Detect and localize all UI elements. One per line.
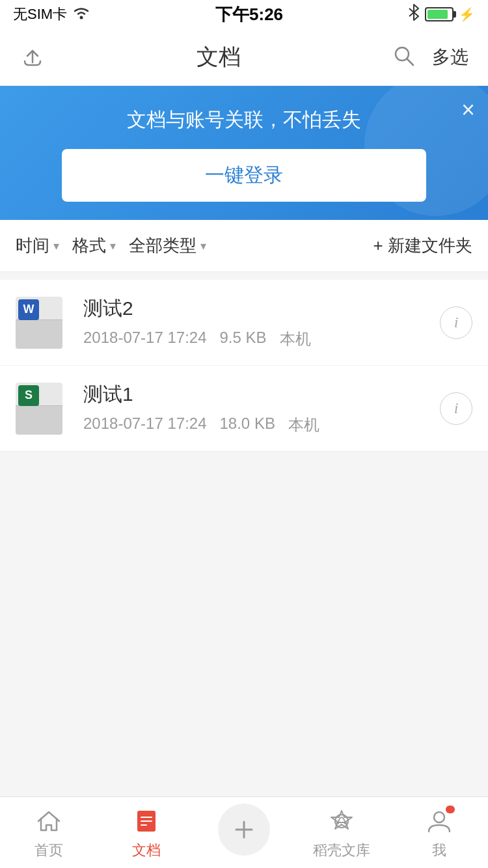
header: 文档 多选 [0,29,488,86]
status-left: 无SIM卡 [13,5,90,24]
format-filter-label: 格式 [72,234,106,257]
svg-rect-5 [21,413,57,415]
svg-point-10 [434,812,444,822]
upload-button[interactable] [20,43,46,72]
tab-home-label: 首页 [34,841,63,860]
content-area: W 测试2 2018-07-17 17:24 9.5 KB 本机 i [0,280,488,530]
svg-rect-6 [21,418,57,420]
svg-rect-4 [21,337,47,340]
svg-rect-3 [21,332,57,334]
add-button[interactable] [218,804,270,856]
list-item[interactable]: W 测试2 2018-07-17 17:24 9.5 KB 本机 i [0,280,488,366]
time-filter-label: 时间 [16,234,49,257]
filter-left: 时间 ▾ 格式 ▾ 全部类型 ▾ [16,234,206,257]
bluetooth-icon [408,3,420,25]
file-size: 9.5 KB [220,329,267,349]
svg-point-0 [80,16,83,20]
tab-docs[interactable]: 文档 [98,806,195,860]
tab-me-label: 我 [432,841,446,860]
file-info-button[interactable]: i [440,306,472,339]
library-icon [326,806,357,837]
carrier-label: 无SIM卡 [13,5,67,24]
file-meta: 2018-07-17 17:24 18.0 KB 本机 [83,414,440,435]
format-filter[interactable]: 格式 ▾ [72,234,116,257]
time-filter[interactable]: 时间 ▾ [16,234,59,257]
file-meta: 2018-07-17 17:24 9.5 KB 本机 [83,329,440,349]
home-icon [33,806,64,837]
tab-add[interactable] [195,804,293,862]
file-info: 测试2 2018-07-17 17:24 9.5 KB 本机 [83,295,440,349]
search-button[interactable] [392,44,416,71]
type-filter-label: 全部类型 [129,234,197,257]
file-list: W 测试2 2018-07-17 17:24 9.5 KB 本机 i [0,280,488,452]
svg-point-1 [396,47,409,61]
type-filter[interactable]: 全部类型 ▾ [129,234,206,257]
file-icon-word: W [16,297,68,349]
banner-close-button[interactable]: × [461,96,475,124]
wifi-icon [72,5,90,23]
svg-rect-2 [21,327,57,329]
me-icon [424,806,455,837]
battery-icon [425,7,454,21]
docs-icon [131,806,162,837]
charging-icon: ⚡ [459,7,475,22]
tab-me[interactable]: 我 [390,806,488,860]
file-type-badge: W [18,299,39,320]
file-name: 测试1 [83,381,440,408]
type-filter-arrow: ▾ [200,239,206,253]
file-date: 2018-07-17 17:24 [83,329,207,349]
banner-text: 文档与账号关联，不怕丢失 [20,107,468,133]
status-right: ⚡ [408,3,475,25]
file-name: 测试2 [83,295,440,322]
upload-icon [20,43,46,72]
new-folder-button[interactable]: + 新建文件夹 [373,234,472,257]
one-click-login-button[interactable]: 一键登录 [62,149,426,202]
filter-bar: 时间 ▾ 格式 ▾ 全部类型 ▾ + 新建文件夹 [0,220,488,272]
file-icon-excel: S [16,383,68,435]
format-filter-arrow: ▾ [110,239,116,253]
status-time: 下午5:26 [215,3,283,26]
file-location: 本机 [288,414,319,435]
login-banner: 文档与账号关联，不怕丢失 一键登录 × [0,86,488,220]
file-size: 18.0 KB [220,414,275,435]
file-info-button[interactable]: i [440,392,472,425]
tab-library-label: 稻壳文库 [313,841,370,860]
multi-select-button[interactable]: 多选 [432,45,468,70]
tab-library[interactable]: 稻壳文库 [293,806,390,860]
file-location: 本机 [280,329,311,349]
file-type-badge: S [18,385,39,406]
battery-fill [427,10,448,19]
tab-home[interactable]: 首页 [0,806,98,860]
header-actions: 多选 [392,44,468,71]
status-bar: 无SIM卡 下午5:26 ⚡ [0,0,488,29]
list-item[interactable]: S 测试1 2018-07-17 17:24 18.0 KB 本机 i [0,366,488,452]
tab-docs-label: 文档 [132,841,161,860]
file-date: 2018-07-17 17:24 [83,414,207,435]
svg-rect-7 [21,423,47,426]
page-title: 文档 [197,42,241,72]
file-info: 测试1 2018-07-17 17:24 18.0 KB 本机 [83,381,440,435]
tab-bar: 首页 文档 稻壳文 [0,796,488,868]
time-filter-arrow: ▾ [53,239,59,253]
